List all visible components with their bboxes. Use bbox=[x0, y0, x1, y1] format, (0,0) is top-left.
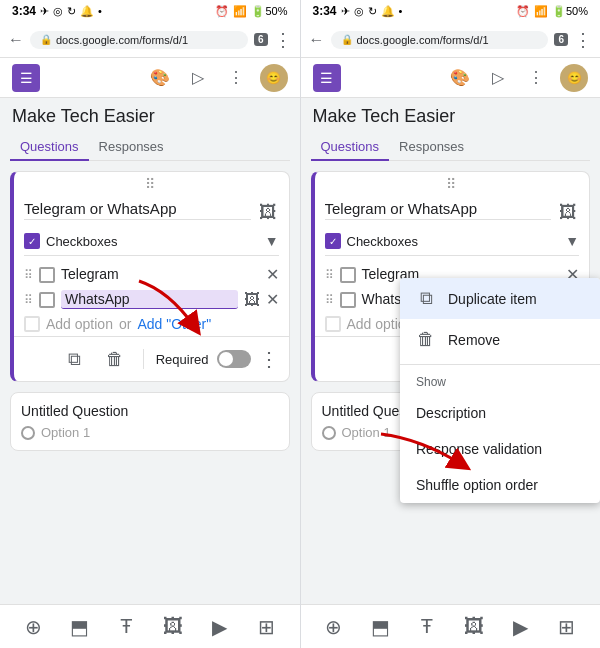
left-import-btn[interactable]: ⬒ bbox=[62, 609, 98, 645]
right-status-left: 3:34 ✈ ◎ ↻ 🔔 • bbox=[313, 4, 403, 18]
right-video-btn[interactable]: ▶ bbox=[502, 609, 538, 645]
battery-icon: 🔋50% bbox=[251, 5, 287, 18]
right-description-item[interactable]: Description bbox=[400, 395, 600, 431]
right-panel: 3:34 ✈ ◎ ↻ 🔔 • ⏰ 📶 🔋50% ← 🔒 docs.google.… bbox=[301, 0, 601, 648]
right-option-drag-1[interactable]: ⠿ bbox=[325, 268, 334, 282]
right-type-selector[interactable]: ✓ Checkboxes ▼ bbox=[315, 229, 590, 255]
left-close-whatsapp[interactable]: ✕ bbox=[266, 290, 279, 309]
left-tab-questions[interactable]: Questions bbox=[10, 133, 89, 160]
right-url-text: docs.google.com/forms/d/1 bbox=[357, 34, 489, 46]
right-browser-bar: ← 🔒 docs.google.com/forms/d/1 6 ⋮ bbox=[301, 22, 601, 58]
left-checkbox-telegram[interactable] bbox=[39, 267, 55, 283]
left-more-btn[interactable]: ⋮ bbox=[222, 64, 250, 92]
right-palette-btn[interactable]: 🎨 bbox=[446, 64, 474, 92]
left-tabs: Questions Responses bbox=[10, 133, 290, 161]
left-question-image-btn[interactable]: 🖼 bbox=[257, 200, 279, 225]
right-response-validation-item[interactable]: Response validation bbox=[400, 431, 600, 467]
right-text-btn[interactable]: Ŧ bbox=[409, 609, 445, 645]
left-add-option-text[interactable]: Add option bbox=[46, 316, 113, 332]
left-avatar[interactable]: 😊 bbox=[260, 64, 288, 92]
right-option-line-text: Option 1 bbox=[342, 425, 391, 440]
right-browser-menu[interactable]: ⋮ bbox=[574, 29, 592, 51]
left-form-title: Make Tech Easier bbox=[10, 106, 290, 127]
right-drag-handle[interactable]: ⠿ bbox=[315, 172, 590, 194]
right-grid-btn[interactable]: ⊞ bbox=[549, 609, 585, 645]
right-back-icon[interactable]: ← bbox=[309, 31, 325, 49]
left-url-bar[interactable]: 🔒 docs.google.com/forms/d/1 bbox=[30, 31, 248, 49]
left-duplicate-btn[interactable]: ⧉ bbox=[59, 343, 91, 375]
left-add-checkbox bbox=[24, 316, 40, 332]
telegram-status-icon: ✈ bbox=[40, 5, 49, 18]
left-toolbar: ☰ 🎨 ▷ ⋮ 😊 bbox=[0, 58, 300, 98]
left-footer-more-btn[interactable]: ⋮ bbox=[259, 347, 279, 371]
left-time: 3:34 bbox=[12, 4, 36, 18]
right-checkbox-telegram[interactable] bbox=[340, 267, 356, 283]
right-add-checkbox bbox=[325, 316, 341, 332]
right-tab-responses[interactable]: Responses bbox=[389, 133, 474, 160]
left-form-icon: ☰ bbox=[12, 64, 40, 92]
right-radio-unchecked bbox=[322, 426, 336, 440]
right-response-validation-label: Response validation bbox=[416, 441, 542, 457]
right-checkbox-whatsapp[interactable] bbox=[340, 292, 356, 308]
right-tabs: Questions Responses bbox=[311, 133, 591, 161]
right-tab-badge[interactable]: 6 bbox=[554, 33, 568, 46]
right-url-bar[interactable]: 🔒 docs.google.com/forms/d/1 bbox=[331, 31, 549, 49]
right-form-title: Make Tech Easier bbox=[311, 106, 591, 127]
left-status-bar: 3:34 ✈ ◎ ↻ 🔔 • ⏰ 📶 🔋50% bbox=[0, 0, 300, 22]
back-icon[interactable]: ← bbox=[8, 31, 24, 49]
right-form-content: Make Tech Easier Questions Responses ⠿ 🖼… bbox=[301, 98, 601, 604]
left-add-btn[interactable]: ⊕ bbox=[15, 609, 51, 645]
left-video-btn[interactable]: ▶ bbox=[202, 609, 238, 645]
right-more-btn[interactable]: ⋮ bbox=[522, 64, 550, 92]
right-time: 3:34 bbox=[313, 4, 337, 18]
right-import-btn[interactable]: ⬒ bbox=[362, 609, 398, 645]
right-avatar[interactable]: 😊 bbox=[560, 64, 588, 92]
left-close-telegram[interactable]: ✕ bbox=[266, 265, 279, 284]
left-add-other-link[interactable]: Add "Other" bbox=[137, 316, 211, 332]
right-duplicate-item[interactable]: ⧉ Duplicate item bbox=[400, 278, 600, 319]
left-required-toggle[interactable] bbox=[217, 350, 251, 368]
right-remove-icon: 🗑 bbox=[416, 329, 436, 350]
right-question-image-btn[interactable]: 🖼 bbox=[557, 200, 579, 225]
left-untitled-card: Untitled Question Option 1 bbox=[10, 392, 290, 451]
right-menu-divider-1 bbox=[400, 364, 600, 365]
left-panel: 3:34 ✈ ◎ ↻ 🔔 • ⏰ 📶 🔋50% ← 🔒 docs.google.… bbox=[0, 0, 301, 648]
left-checkbox-whatsapp[interactable] bbox=[39, 292, 55, 308]
right-dropdown-arrow: ▼ bbox=[565, 233, 579, 249]
right-alarm-icon: 🔔 bbox=[381, 5, 395, 18]
right-question-input[interactable] bbox=[325, 200, 552, 220]
left-delete-btn[interactable]: 🗑 bbox=[99, 343, 131, 375]
right-option-drag-2[interactable]: ⠿ bbox=[325, 293, 334, 307]
left-question-header: 🖼 bbox=[14, 194, 289, 229]
left-drag-handle[interactable]: ⠿ bbox=[14, 172, 289, 194]
left-palette-btn[interactable]: 🎨 bbox=[146, 64, 174, 92]
left-option-drag-1[interactable]: ⠿ bbox=[24, 268, 33, 282]
left-question-input[interactable] bbox=[24, 200, 251, 220]
left-status-right: ⏰ 📶 🔋50% bbox=[215, 5, 287, 18]
right-shuffle-item[interactable]: Shuffle option order bbox=[400, 467, 600, 503]
left-grid-btn[interactable]: ⊞ bbox=[248, 609, 284, 645]
left-tab-badge[interactable]: 6 bbox=[254, 33, 268, 46]
right-image-btn[interactable]: 🖼 bbox=[456, 609, 492, 645]
left-form-content: Make Tech Easier Questions Responses ⠿ 🖼… bbox=[0, 98, 300, 604]
right-shuffle-label: Shuffle option order bbox=[416, 477, 538, 493]
left-text-btn[interactable]: Ŧ bbox=[108, 609, 144, 645]
left-toggle-knob bbox=[219, 352, 233, 366]
right-tab-questions[interactable]: Questions bbox=[311, 133, 390, 160]
left-untitled-title: Untitled Question bbox=[21, 403, 279, 419]
left-tab-responses[interactable]: Responses bbox=[89, 133, 174, 160]
left-option-whatsapp: ⠿ WhatsApp 🖼 ✕ bbox=[14, 287, 289, 312]
left-image-btn[interactable]: 🖼 bbox=[155, 609, 191, 645]
right-send-btn[interactable]: ▷ bbox=[484, 64, 512, 92]
left-option-image-btn[interactable]: 🖼 bbox=[244, 291, 260, 309]
right-status-bar: 3:34 ✈ ◎ ↻ 🔔 • ⏰ 📶 🔋50% bbox=[301, 0, 601, 22]
right-remove-label: Remove bbox=[448, 332, 500, 348]
right-location-icon: ◎ bbox=[354, 5, 364, 18]
left-option-drag-2[interactable]: ⠿ bbox=[24, 293, 33, 307]
left-send-btn[interactable]: ▷ bbox=[184, 64, 212, 92]
right-remove-item[interactable]: 🗑 Remove bbox=[400, 319, 600, 360]
right-add-btn[interactable]: ⊕ bbox=[316, 609, 352, 645]
left-browser-menu[interactable]: ⋮ bbox=[274, 29, 292, 51]
left-option-text-telegram: Telegram bbox=[61, 266, 260, 284]
left-type-selector[interactable]: ✓ Checkboxes ▼ bbox=[14, 229, 289, 255]
